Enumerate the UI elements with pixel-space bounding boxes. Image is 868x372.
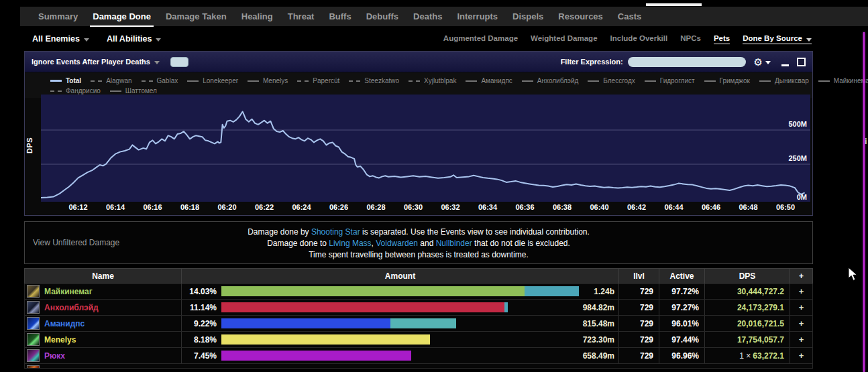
- legend-item-Фандрисио[interactable]: Фандрисио: [50, 87, 101, 95]
- damage-bar: [221, 302, 508, 312]
- amount-cell: 9.22%815.48m: [181, 316, 618, 331]
- player-name-link[interactable]: Анхолиблэйд: [44, 303, 99, 312]
- player-name-link[interactable]: Аманидпс: [44, 319, 85, 328]
- amount-cell: 8.18%723.30m: [181, 332, 618, 347]
- nav-tab-debuffs[interactable]: Debuffs: [359, 7, 406, 26]
- legend-item-Total[interactable]: Total: [50, 77, 81, 84]
- settings-gear-button[interactable]: ⚙: [754, 57, 771, 67]
- damage-bar-segment: [525, 286, 579, 296]
- legend-item-Steezkatwo[interactable]: Steezkatwo: [349, 77, 399, 84]
- chevron-down-icon: [156, 38, 161, 42]
- col-header-ilvl[interactable]: Ilvl: [618, 269, 659, 283]
- legend-item-Дыниксвар[interactable]: Дыниксвар: [759, 77, 809, 84]
- legend-item-Papercüt[interactable]: Papercüt: [297, 77, 339, 84]
- legend-label: Papercüt: [313, 77, 339, 84]
- toggle-npcs[interactable]: NPCs: [680, 34, 701, 44]
- table-row: Анхолиблэйд11.14%984.82m72997.27%24,173,…: [24, 300, 813, 316]
- nav-tab-damage-done[interactable]: Damage Done: [85, 7, 158, 26]
- expand-row-button[interactable]: +: [790, 300, 812, 315]
- toggle-weighted-damage[interactable]: Weighted Damage: [531, 34, 597, 44]
- legend-item-Alagwan[interactable]: Alagwan: [91, 77, 131, 84]
- legend-item-Xyjlutblpak[interactable]: Xyjlutblpak: [409, 77, 456, 84]
- expand-row-button[interactable]: +: [790, 332, 812, 347]
- minimize-panel-icon[interactable]: [781, 64, 789, 66]
- notice-entity-link[interactable]: Nullbinder: [436, 239, 472, 248]
- enemies-dropdown[interactable]: All Enemies: [32, 34, 89, 44]
- death-cutoff-toggle[interactable]: [170, 57, 188, 67]
- legend-item-Майкинемаг[interactable]: Майкинемаг: [818, 77, 868, 84]
- notice-entity-link[interactable]: Voidwarden: [376, 239, 418, 248]
- nav-tab-interrupts[interactable]: Interrupts: [449, 7, 505, 26]
- nav-tab-threat[interactable]: Threat: [280, 7, 322, 26]
- legend-item-Гримджок[interactable]: Гримджок: [704, 77, 750, 84]
- legend-item-Menelys[interactable]: Menelys: [248, 77, 288, 84]
- player-name-link[interactable]: Menelys: [44, 335, 76, 345]
- damage-percent: 14.03%: [182, 287, 217, 296]
- toggle-pets[interactable]: Pets: [714, 34, 730, 44]
- maximize-panel-icon[interactable]: [797, 58, 806, 66]
- amount-value: 984.82m: [583, 303, 614, 312]
- legend-swatch: [248, 80, 259, 82]
- x-axis-ticks: 06:1206:1406:1606:1806:2006:2206:2406:26…: [41, 203, 810, 214]
- legend-label: Гримджок: [720, 77, 750, 84]
- toggle-done-by-source[interactable]: Done By Source: [743, 34, 812, 44]
- legend-item-Gablax[interactable]: Gablax: [142, 77, 178, 84]
- abilities-dropdown[interactable]: All Abilities: [107, 34, 162, 44]
- legend-label: Аманидпс: [481, 77, 512, 84]
- amount-value: 815.48m: [583, 319, 614, 328]
- legend-item-Гидроглист[interactable]: Гидроглист: [645, 77, 695, 84]
- enemies-dropdown-label: All Enemies: [32, 34, 80, 44]
- deathknight-portrait-icon: [27, 301, 40, 314]
- col-header-active[interactable]: Active: [659, 269, 704, 283]
- toggle-include-overkill[interactable]: Include Overkill: [610, 34, 668, 44]
- dps-line-chart: [41, 95, 810, 202]
- nav-tab-healing[interactable]: Healing: [234, 7, 280, 26]
- dps-chart-plot: 0M250M500M: [41, 95, 810, 202]
- nav-tab-deaths[interactable]: Deaths: [406, 7, 449, 26]
- player-name-link[interactable]: Майкинемаг: [44, 287, 93, 296]
- legend-label: Xyjlutblpak: [424, 77, 456, 84]
- nav-tab-casts[interactable]: Casts: [610, 7, 649, 26]
- death-cutoff-dropdown[interactable]: Ignore Events After Player Deaths: [32, 58, 160, 66]
- expand-row-button[interactable]: +: [790, 284, 812, 299]
- table-row: Аманидпс9.22%815.48m72996.01%20,016,721.…: [24, 316, 813, 332]
- view-unfiltered-damage-link[interactable]: View Unfiltered Damage: [33, 238, 119, 247]
- legend-item-Анхолиблэйд[interactable]: Анхолиблэйд: [522, 77, 578, 84]
- col-header-amount[interactable]: Amount: [181, 269, 618, 283]
- amount-cell: 11.14%984.82m: [181, 300, 618, 315]
- table-row: Майкинемаг14.03%1.24b72997.72%30,444,727…: [24, 284, 813, 300]
- expand-row-button[interactable]: +: [790, 316, 812, 331]
- y-axis-title: DPS: [25, 132, 34, 159]
- toggle-augmented-damage[interactable]: Augmented Damage: [443, 34, 518, 44]
- ilvl-cell: 729: [618, 284, 659, 299]
- legend-item-Аманидпс[interactable]: Аманидпс: [466, 77, 512, 84]
- filter-expression-input[interactable]: [628, 57, 746, 67]
- player-name-cell: Menelys: [25, 332, 181, 347]
- view-options-group: Augmented DamageWeighted DamageInclude O…: [443, 34, 812, 44]
- nav-tab-buffs[interactable]: Buffs: [321, 7, 358, 26]
- shaman-lightning-icon: [27, 317, 40, 330]
- amount-value: 1.24b: [594, 287, 614, 296]
- chevron-down-icon: [84, 38, 89, 42]
- damage-percent: 7.45%: [182, 351, 217, 361]
- amount-cell: 14.03%1.24b: [181, 284, 618, 299]
- legend-item-Lonekeeper[interactable]: Lonekeeper: [187, 77, 238, 84]
- nav-tab-dispels[interactable]: Dispels: [505, 7, 551, 26]
- x-tick-label: 06:28: [363, 203, 390, 211]
- col-header-name[interactable]: Name: [25, 269, 181, 283]
- nav-tab-summary[interactable]: Summary: [31, 7, 85, 26]
- ilvl-cell: 729: [618, 300, 659, 315]
- legend-item-Шаттомел[interactable]: Шаттомел: [110, 87, 157, 95]
- notice-entity-link[interactable]: Living Mass: [329, 239, 371, 248]
- col-header-dps[interactable]: DPS: [704, 269, 790, 283]
- nav-tab-damage-taken[interactable]: Damage Taken: [158, 7, 234, 26]
- expand-row-button[interactable]: +: [790, 348, 812, 363]
- col-header-expand[interactable]: +: [790, 269, 812, 283]
- legend-swatch: [110, 90, 121, 92]
- legend-item-Блессгодх[interactable]: Блессгодх: [588, 77, 635, 84]
- player-name-link[interactable]: Рюкх: [44, 351, 65, 361]
- nav-tab-resources[interactable]: Resources: [551, 7, 610, 26]
- notice-entity-link[interactable]: Shooting Star: [311, 227, 360, 237]
- legend-swatch: [645, 80, 656, 82]
- dps-value: 20,016,721.5: [737, 319, 784, 328]
